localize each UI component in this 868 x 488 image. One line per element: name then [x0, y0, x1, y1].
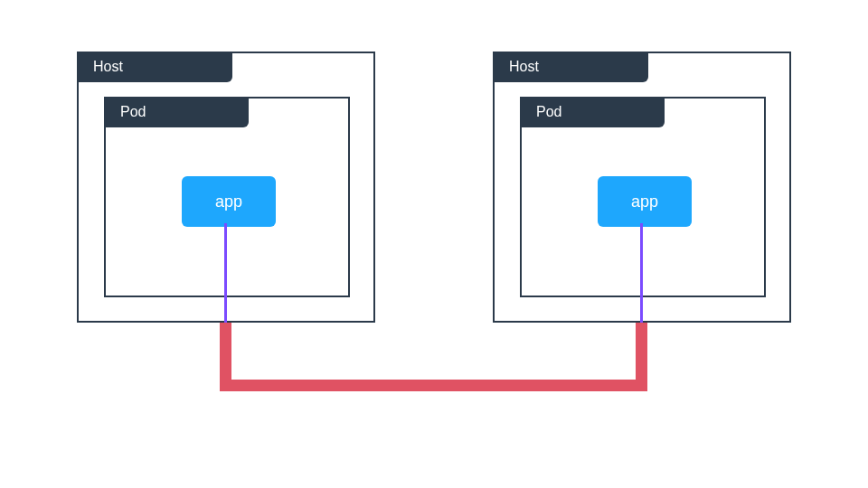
pod-container-2: Pod app	[520, 97, 766, 297]
connector-inner-left	[224, 223, 227, 323]
connector-outer-horizontal	[220, 380, 647, 391]
app-box-1: app	[182, 176, 276, 227]
pod-label: Pod	[104, 97, 249, 127]
host-label: Host	[77, 52, 232, 82]
pod-label: Pod	[520, 97, 665, 127]
connector-inner-right	[640, 223, 643, 323]
app-label: app	[215, 192, 242, 211]
app-label: app	[631, 192, 658, 211]
pod-container-1: Pod app	[104, 97, 350, 297]
app-box-2: app	[598, 176, 692, 227]
host-label: Host	[493, 52, 648, 82]
